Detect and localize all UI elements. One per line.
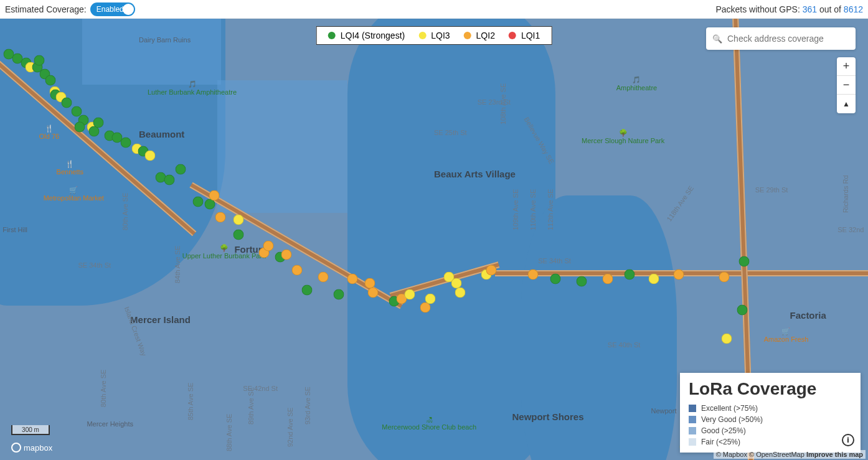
legend-item-lqi2[interactable]: LQI2 xyxy=(464,31,495,40)
mapbox-text: mapbox xyxy=(24,443,52,453)
lqi-point[interactable] xyxy=(455,287,465,298)
lqi-point[interactable] xyxy=(302,285,313,296)
lqi-point[interactable] xyxy=(45,75,55,86)
topbar-left: Estimated Coverage: Enabled xyxy=(5,2,135,16)
cov-label: Fair (<25%) xyxy=(701,438,740,446)
legend-dot-lqi4 xyxy=(328,32,336,39)
cov-swatch xyxy=(689,438,696,446)
map-attribution: © Mapbox © OpenStreetMap Improve this ma… xyxy=(714,450,866,459)
lqi-point[interactable] xyxy=(648,274,659,284)
mapbox-icon xyxy=(11,443,21,453)
lqi-point[interactable] xyxy=(425,294,436,304)
lqi-point[interactable] xyxy=(192,197,203,207)
compass-button[interactable]: ▲ xyxy=(837,95,856,113)
lqi-point[interactable] xyxy=(234,214,244,225)
cov-label: Very Good (>50%) xyxy=(701,415,763,424)
lqi-point[interactable] xyxy=(721,334,732,344)
coverage-panel-title: LoRa Coverage xyxy=(689,379,852,399)
zoom-in-button[interactable]: + xyxy=(837,57,856,76)
cov-row-excellent: Excellent (>75%) xyxy=(689,403,852,414)
lqi-point[interactable] xyxy=(333,289,344,300)
lqi-point[interactable] xyxy=(624,270,634,280)
lqi-point[interactable] xyxy=(550,274,561,284)
cov-label: Excellent (>75%) xyxy=(701,404,758,413)
map-canvas[interactable]: Beaumont Beaux Arts Village Mercer Islan… xyxy=(0,19,868,460)
lqi-point[interactable] xyxy=(34,55,44,66)
legend-label: LQI3 xyxy=(431,31,450,40)
cov-label: Good (>25%) xyxy=(701,426,746,435)
lqi-point[interactable] xyxy=(347,274,357,284)
lqi-point[interactable] xyxy=(291,265,302,276)
search-icon xyxy=(712,33,722,44)
legend-item-lqi3[interactable]: LQI3 xyxy=(418,31,450,40)
legend-item-lqi4[interactable]: LQI4 (Strongest) xyxy=(328,31,405,40)
zoom-controls: + − ▲ xyxy=(837,57,856,113)
lqi-point[interactable] xyxy=(602,274,613,284)
legend-dot-lqi2 xyxy=(464,32,471,39)
lqi-point[interactable] xyxy=(209,190,220,200)
cov-swatch xyxy=(689,405,696,412)
attr-mapbox[interactable]: © Mapbox xyxy=(716,451,747,458)
lqi-point[interactable] xyxy=(62,97,72,108)
lqi-point[interactable] xyxy=(527,270,538,280)
legend-label: LQI4 (Strongest) xyxy=(341,31,405,40)
cov-row-verygood: Very Good (>50%) xyxy=(689,414,852,425)
coverage-label: Estimated Coverage: xyxy=(5,4,87,14)
topbar: Estimated Coverage: Enabled Packets with… xyxy=(0,0,868,19)
attr-osm[interactable]: © OpenStreetMap xyxy=(749,451,804,458)
info-icon[interactable]: i xyxy=(842,434,854,446)
lqi-point[interactable] xyxy=(576,276,587,286)
packets-total-count[interactable]: 8612 xyxy=(844,4,863,14)
lqi-point[interactable] xyxy=(234,230,244,240)
lqi-point[interactable] xyxy=(164,174,174,185)
packets-no-gps-count[interactable]: 361 xyxy=(803,4,817,14)
legend-label: LQI1 xyxy=(521,31,540,40)
lqi-point[interactable] xyxy=(175,164,186,175)
legend-label: LQI2 xyxy=(476,31,495,40)
zoom-out-button[interactable]: − xyxy=(837,76,856,95)
coverage-legend-panel: LoRa Coverage Excellent (>75%) Very Good… xyxy=(680,373,861,453)
packets-sep: out of xyxy=(819,4,841,14)
lqi-point[interactable] xyxy=(215,212,226,223)
lqi-point[interactable] xyxy=(738,256,749,266)
estimated-coverage-toggle[interactable]: Enabled xyxy=(90,2,135,16)
lqi-point[interactable] xyxy=(263,241,273,251)
lqi-point[interactable] xyxy=(674,270,684,280)
legend-dot-lqi3 xyxy=(418,32,426,39)
lqi-point[interactable] xyxy=(93,117,103,128)
lqi-point[interactable] xyxy=(368,287,379,298)
lqi-legend: LQI4 (Strongest) LQI3 LQI2 LQI1 xyxy=(316,26,552,45)
lqi-point[interactable] xyxy=(719,271,729,282)
legend-item-lqi1[interactable]: LQI1 xyxy=(509,31,540,40)
cov-swatch xyxy=(689,416,696,423)
attr-improve[interactable]: Improve this map xyxy=(806,451,863,458)
lqi-point[interactable] xyxy=(121,137,131,148)
scale-bar: 300 m xyxy=(11,425,50,435)
lqi-point[interactable] xyxy=(281,250,292,260)
cov-row-good: Good (>25%) xyxy=(689,425,852,436)
lqi-point[interactable] xyxy=(486,265,497,276)
lqi-point[interactable] xyxy=(737,304,747,315)
lqi-point[interactable] xyxy=(145,150,156,161)
packets-label: Packets without GPS: xyxy=(715,4,800,14)
toggle-state-label: Enabled xyxy=(97,5,124,14)
cov-row-fair: Fair (<25%) xyxy=(689,436,852,448)
address-search-box[interactable] xyxy=(706,27,856,50)
cov-swatch xyxy=(689,427,696,434)
topbar-right: Packets without GPS: 361 out of 8612 xyxy=(715,4,863,14)
address-search-input[interactable] xyxy=(727,34,849,44)
lqi-point[interactable] xyxy=(404,289,415,300)
lqi-point[interactable] xyxy=(75,121,85,132)
legend-dot-lqi1 xyxy=(509,32,516,39)
mapbox-logo[interactable]: mapbox xyxy=(11,443,52,453)
lqi-point[interactable] xyxy=(318,271,328,282)
